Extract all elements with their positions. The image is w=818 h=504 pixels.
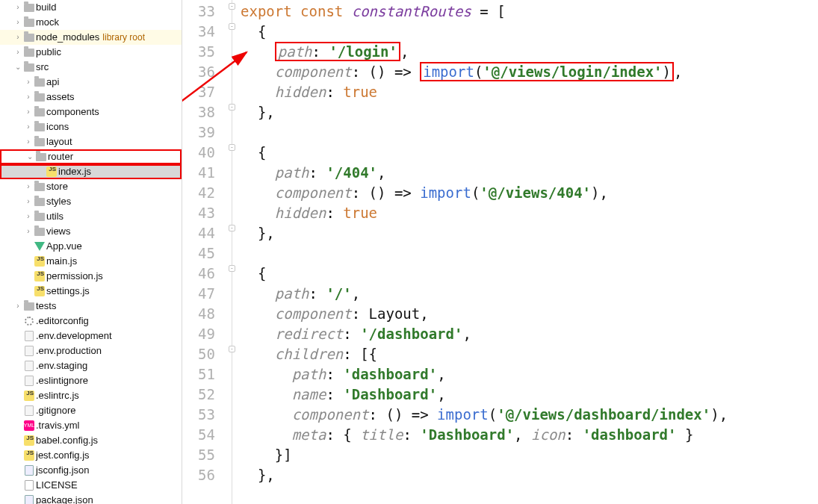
code-line[interactable]: path: '/',	[241, 284, 818, 304]
code-token: true	[343, 205, 377, 221]
code-line[interactable]: component: () => import('@/views/404'),	[241, 183, 818, 203]
expand-arrow-icon[interactable]: ›	[24, 90, 33, 105]
code-line[interactable]: }]	[241, 445, 818, 465]
fold-toggle-icon[interactable]: -	[229, 144, 235, 151]
code-line[interactable]: path: 'dashboard',	[241, 364, 818, 385]
project-tree[interactable]: ›build›mock›node_moduleslibrary root›pub…	[0, 0, 182, 504]
expand-arrow-icon[interactable]: ›	[13, 15, 22, 30]
annotation-highlight: import('@/views/login/index')	[420, 62, 674, 81]
fold-toggle-icon[interactable]: -	[229, 265, 235, 272]
tree-item-mock[interactable]: ›mock	[0, 15, 182, 30]
code-line[interactable]: {	[241, 264, 818, 284]
tree-item--env-production[interactable]: .env.production	[0, 343, 182, 358]
code-token: :	[312, 43, 329, 60]
fold-toggle-icon[interactable]: -	[229, 225, 235, 231]
expand-arrow-icon[interactable]: ⌄	[25, 149, 34, 164]
tree-item-utils[interactable]: ›utils	[0, 209, 182, 224]
code-line[interactable]: children: [{	[241, 344, 818, 364]
code-token: export	[241, 3, 300, 19]
line-number: 34	[182, 22, 226, 42]
code-token: hidden	[275, 205, 326, 221]
tree-item-main-js[interactable]: JSmain.js	[0, 254, 182, 269]
fold-toggle-icon[interactable]: -	[229, 346, 235, 352]
tree-item-permission-js[interactable]: JSpermission.js	[0, 269, 182, 284]
expand-arrow-icon[interactable]: ›	[24, 179, 33, 194]
expand-arrow-icon[interactable]: ›	[24, 105, 33, 119]
expand-arrow-icon[interactable]: ›	[24, 194, 33, 209]
code-line[interactable]: meta: { title: 'Dashboard', icon: 'dashb…	[241, 425, 818, 445]
tree-item-layout[interactable]: ›layout	[0, 134, 182, 149]
tree-item-icons[interactable]: ›icons	[0, 119, 182, 134]
tree-item-node-modules[interactable]: ›node_moduleslibrary root	[0, 30, 182, 45]
line-number: 46	[182, 264, 226, 284]
tree-item--env-development[interactable]: .env.development	[0, 329, 182, 343]
code-line[interactable]: component: () => import('@/views/login/i…	[241, 62, 818, 82]
fold-toggle-icon[interactable]: -	[229, 104, 235, 111]
tree-item-build[interactable]: ›build	[0, 0, 182, 15]
code-line[interactable]: hidden: true	[241, 203, 818, 223]
tree-item-package-json[interactable]: package.json	[0, 493, 182, 504]
code-line[interactable]: {	[241, 143, 818, 163]
code-line[interactable]	[241, 243, 818, 264]
expand-arrow-icon[interactable]: ›	[24, 134, 33, 149]
tree-item--env-staging[interactable]: .env.staging	[0, 358, 182, 373]
tree-item-public[interactable]: ›public	[0, 45, 182, 60]
code-token: component	[275, 305, 352, 322]
fold-strip[interactable]: - - - - - - -	[226, 0, 241, 504]
code-line[interactable]: {	[241, 22, 818, 42]
code-line[interactable]: hidden: true	[241, 82, 818, 102]
code-line[interactable]: name: 'Dashboard',	[241, 385, 818, 405]
code-line[interactable]: export const constantRoutes = [	[241, 1, 818, 22]
expand-arrow-icon[interactable]: ›	[13, 30, 22, 45]
tree-item-jest-config-js[interactable]: JSjest.config.js	[0, 448, 182, 463]
tree-item-app-vue[interactable]: App.vue	[0, 239, 182, 254]
tree-item-views[interactable]: ›views	[0, 224, 182, 239]
tree-item-store[interactable]: ›store	[0, 179, 182, 194]
folder-icon	[33, 108, 46, 116]
code-line[interactable]: },	[241, 465, 818, 485]
code-editor[interactable]: 3334353637383940414243444546474849505152…	[182, 0, 818, 504]
code-line[interactable]: path: '/login',	[241, 42, 818, 62]
code-token: },	[258, 467, 275, 483]
tree-item-api[interactable]: ›api	[0, 75, 182, 90]
tree-item-index-js[interactable]: JSindex.js	[0, 164, 182, 179]
expand-arrow-icon[interactable]: ⌄	[13, 60, 22, 75]
code-line[interactable]	[241, 122, 818, 143]
tree-item-label: .env.staging	[36, 358, 87, 373]
code-line[interactable]: component: () => import('@/views/dashboa…	[241, 405, 818, 425]
code-line[interactable]: },	[241, 102, 818, 122]
fold-toggle-icon[interactable]: -	[229, 23, 235, 30]
tree-item-components[interactable]: ›components	[0, 105, 182, 119]
yml-icon: YML	[22, 420, 36, 431]
expand-arrow-icon[interactable]: ›	[24, 119, 33, 134]
code-token: : () =>	[352, 184, 421, 201]
expand-arrow-icon[interactable]: ›	[13, 45, 22, 60]
code-line[interactable]: redirect: '/dashboard',	[241, 324, 818, 344]
tree-item-label: jest.config.js	[36, 448, 90, 463]
code-line[interactable]: },	[241, 223, 818, 243]
tree-item-router[interactable]: ⌄router	[0, 149, 182, 164]
expand-arrow-icon[interactable]: ›	[24, 209, 33, 224]
expand-arrow-icon[interactable]: ›	[13, 0, 22, 15]
tree-item-tests[interactable]: ›tests	[0, 299, 182, 314]
tree-item--gitignore[interactable]: .gitignore	[0, 403, 182, 418]
expand-arrow-icon[interactable]: ›	[24, 75, 33, 90]
fold-toggle-icon[interactable]: -	[229, 3, 235, 10]
tree-item-styles[interactable]: ›styles	[0, 194, 182, 209]
tree-item-src[interactable]: ⌄src	[0, 60, 182, 75]
tree-item--eslintrc-js[interactable]: JS.eslintrc.js	[0, 388, 182, 403]
code-line[interactable]: component: Layout,	[241, 304, 818, 324]
tree-item-jsconfig-json[interactable]: jsconfig.json	[0, 463, 182, 478]
tree-item-assets[interactable]: ›assets	[0, 90, 182, 105]
code-line[interactable]: path: '/404',	[241, 163, 818, 183]
tree-item--editorconfig[interactable]: .editorconfig	[0, 314, 182, 329]
line-number: 35	[182, 42, 226, 62]
js-icon: JS	[22, 450, 36, 461]
tree-item-license[interactable]: LICENSE	[0, 478, 182, 493]
expand-arrow-icon[interactable]: ›	[13, 299, 22, 314]
code-area[interactable]: export const constantRoutes = [ { path: …	[241, 0, 818, 504]
expand-arrow-icon[interactable]: ›	[24, 224, 33, 239]
line-number: 33	[182, 1, 226, 22]
code-token: 'dashboard'	[343, 366, 437, 382]
tree-item-settings-js[interactable]: JSsettings.js	[0, 284, 182, 299]
